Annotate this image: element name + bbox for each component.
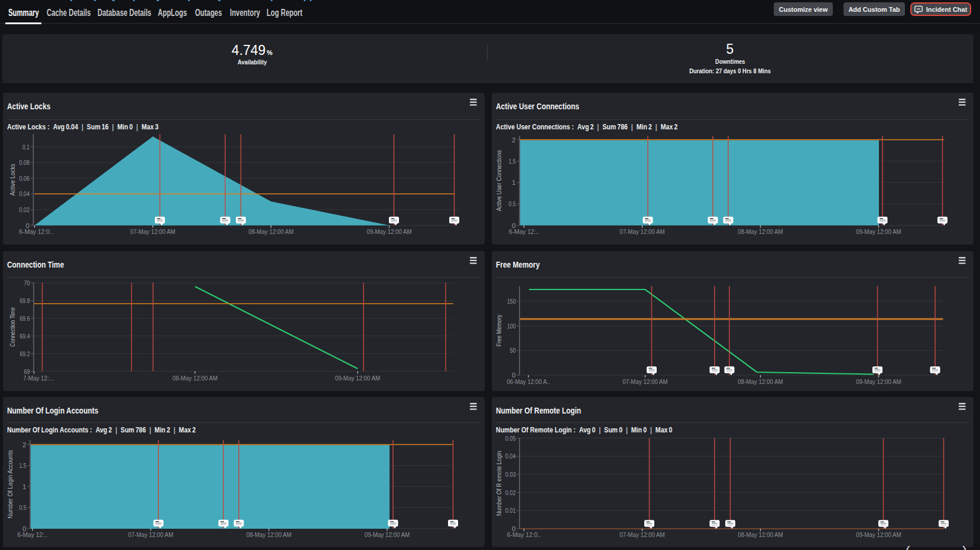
svg-text:0.08: 0.08 bbox=[19, 159, 30, 166]
svg-text:1.5: 1.5 bbox=[20, 462, 27, 469]
svg-text:69.6: 69.6 bbox=[20, 315, 30, 322]
svg-text:0.5: 0.5 bbox=[509, 200, 516, 207]
svg-text:6-May 12:..: 6-May 12:.. bbox=[18, 531, 48, 538]
svg-text:09-May 12:00 AM: 09-May 12:00 AM bbox=[335, 375, 381, 382]
svg-text:2: 2 bbox=[22, 441, 26, 448]
svg-text:08-May 12:00 AM: 08-May 12:00 AM bbox=[738, 531, 783, 538]
svg-text:07-May 12:00 AM: 07-May 12:00 AM bbox=[622, 378, 668, 385]
svg-text:Number Of R emote Login: Number Of R emote Login bbox=[495, 451, 502, 516]
svg-text:6-May 12:..: 6-May 12:.. bbox=[509, 228, 539, 235]
svg-text:0.01: 0.01 bbox=[505, 507, 516, 514]
svg-text:100: 100 bbox=[507, 323, 516, 330]
svg-text:69.4: 69.4 bbox=[20, 333, 30, 340]
svg-text:6-May 12:0..: 6-May 12:0.. bbox=[507, 531, 541, 538]
svg-text:70: 70 bbox=[24, 279, 30, 287]
svg-text:0.03: 0.03 bbox=[505, 471, 516, 478]
svg-text:0.5: 0.5 bbox=[20, 504, 27, 511]
svg-text:08-May 12:00 AM: 08-May 12:00 AM bbox=[738, 378, 783, 385]
svg-text:09-May 12:00 AM: 09-May 12:00 AM bbox=[365, 531, 410, 538]
svg-text:08-May 12:00 AM: 08-May 12:00 AM bbox=[173, 375, 218, 382]
svg-text:1: 1 bbox=[512, 179, 515, 186]
svg-text:2: 2 bbox=[512, 136, 515, 144]
svg-text:Active User Connections: Active User Connections bbox=[495, 150, 502, 211]
svg-text:7-May 12:...: 7-May 12:... bbox=[23, 375, 54, 382]
svg-text:09-May 12:00 AM: 09-May 12:00 AM bbox=[856, 531, 901, 538]
svg-text:1: 1 bbox=[22, 483, 26, 490]
svg-text:Active Locks: Active Locks bbox=[9, 164, 16, 196]
svg-text:08-May 12:00 AM: 08-May 12:00 AM bbox=[246, 531, 292, 538]
svg-text:08-May 12:00 AM: 08-May 12:00 AM bbox=[248, 228, 294, 235]
svg-text:0.02: 0.02 bbox=[19, 206, 30, 213]
svg-text:0.1: 0.1 bbox=[22, 144, 30, 151]
svg-text:07-May 12:00 AM: 07-May 12:00 AM bbox=[619, 531, 665, 538]
svg-text:Free Memory: Free Memory bbox=[495, 314, 502, 347]
svg-text:09-May 12:00 AM: 09-May 12:00 AM bbox=[366, 228, 412, 235]
svg-text:69: 69 bbox=[24, 368, 30, 375]
svg-text:1.5: 1.5 bbox=[509, 158, 516, 165]
svg-text:50: 50 bbox=[510, 347, 516, 354]
svg-text:09-May 12:00 AM: 09-May 12:00 AM bbox=[856, 228, 901, 235]
svg-text:0.06: 0.06 bbox=[19, 175, 30, 182]
svg-text:150: 150 bbox=[507, 298, 516, 305]
svg-text:09-May 12:00 AM: 09-May 12:00 AM bbox=[856, 378, 901, 385]
svg-text:Number Of Login Accounts: Number Of Login Accounts bbox=[7, 450, 14, 519]
svg-text:0.05: 0.05 bbox=[505, 435, 516, 442]
svg-text:Connection Time: Connection Time bbox=[9, 307, 16, 347]
svg-text:07-May 12:00 AM: 07-May 12:00 AM bbox=[128, 531, 174, 538]
svg-text:08-May 12:00 AM: 08-May 12:00 AM bbox=[738, 228, 783, 235]
svg-text:6-May 12:0..: 6-May 12:0.. bbox=[19, 228, 53, 235]
svg-text:0.04: 0.04 bbox=[19, 190, 30, 197]
svg-text:0.02: 0.02 bbox=[505, 489, 516, 496]
svg-text:69.8: 69.8 bbox=[20, 297, 30, 304]
svg-text:06-May 12:00 A..: 06-May 12:00 A.. bbox=[507, 378, 550, 385]
svg-text:0.04: 0.04 bbox=[505, 453, 516, 460]
svg-text:07-May 12:00 AM: 07-May 12:00 AM bbox=[130, 228, 176, 235]
svg-text:69.2: 69.2 bbox=[20, 350, 30, 357]
svg-text:07-May 12:00 AM: 07-May 12:00 AM bbox=[619, 228, 665, 235]
